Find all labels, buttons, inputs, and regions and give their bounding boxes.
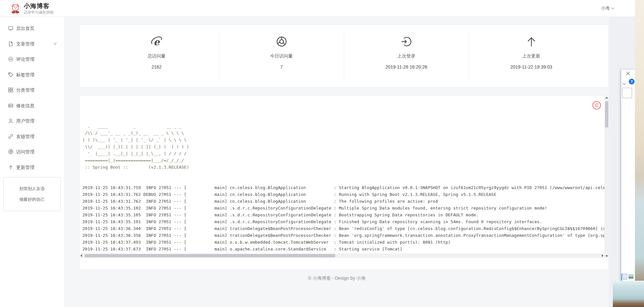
sidebar-item-categories[interactable]: 分类管理 — [0, 85, 65, 95]
vertical-scroll-thumb[interactable] — [605, 101, 608, 127]
document-icon — [8, 41, 13, 46]
sidebar-item-label: 文章管理 — [16, 39, 34, 48]
picture-tray-icon[interactable] — [628, 274, 634, 279]
scroll-left-arrow[interactable] — [80, 254, 82, 257]
stat-value: 2019-11-22 19:39:03 — [510, 64, 552, 70]
sidebar-item-label: 后台首页 — [16, 24, 34, 33]
sidebar-item-links[interactable]: 友链管理 — [0, 132, 65, 141]
log-vertical-scrollbar[interactable] — [604, 96, 609, 258]
refresh-icon — [595, 103, 599, 108]
sidebar-item-label: 访问管理 — [16, 147, 34, 156]
sidebar-item-label: 友链管理 — [16, 132, 34, 141]
stat-label: 今日访问量 — [270, 53, 293, 59]
stat-total-visits: e总访问量2162 — [94, 25, 219, 87]
stat-value: 2162 — [152, 64, 162, 70]
sidebar-item-visits[interactable]: 访问管理 — [0, 147, 65, 156]
site-title: 小海博客 — [24, 2, 50, 10]
list-tray-icon[interactable] — [623, 274, 627, 279]
sidebar: 后台首页文章管理评论管理标签管理分类管理修改信息用户管理友链管理访问管理更新管理… — [0, 17, 65, 307]
stat-label: 总访问量 — [148, 53, 166, 59]
app-header: 小海博客 记录学习成长历程 小海 — [0, 0, 635, 17]
stat-label: 上次更新 — [522, 53, 541, 59]
footer-copyright: © 小海博客 - Design by 小海 — [65, 275, 609, 281]
sidebar-item-label: 评论管理 — [16, 55, 34, 64]
motto-line-1: 别管别人言语 — [19, 186, 45, 192]
login-icon — [401, 36, 412, 47]
main-content: e总访问量2162今日访问量7上次登录2019-11-26 16:20:26上次… — [65, 17, 609, 307]
scroll-down-arrow[interactable] — [605, 255, 608, 257]
stat-label: 上次登录 — [397, 53, 416, 59]
browser-side-popup: ? — [621, 69, 635, 307]
link-icon — [8, 134, 13, 139]
refresh-log-button[interactable] — [592, 101, 601, 109]
app-root: 小海博客 记录学习成长历程 小海 后台首页文章管理评论管理标签管理分类管理修改信… — [0, 0, 644, 307]
monitor-icon — [8, 26, 13, 31]
site-subtitle: 记录学习成长历程 — [24, 10, 54, 15]
log-viewport: . ____ _ __ _ _ /\\ / ___'_ __ _ _(_)_ _… — [79, 96, 604, 253]
stat-last-login: 上次登录2019-11-26 16:20:26 — [344, 25, 469, 87]
stat-value: 7 — [280, 64, 283, 70]
spring-boot-banner: . ____ _ __ _ _ /\\ / ___'_ __ _ _(_)_ _… — [82, 123, 604, 171]
grid-icon — [8, 87, 13, 93]
stats-card: e总访问量2162今日访问量7上次登录2019-11-26 16:20:26上次… — [79, 25, 609, 88]
sidebar-item-label: 标签管理 — [16, 70, 34, 79]
stat-last-update: 上次更新2019-11-22 19:39:03 — [469, 25, 594, 87]
chevron-down-icon — [54, 43, 57, 45]
sidebar-item-users[interactable]: 用户管理 — [0, 116, 65, 125]
sidebar-item-label: 分类管理 — [16, 85, 34, 95]
motto-box: 别管别人言语 做最好的自己 — [3, 177, 61, 211]
sidebar-item-dashboard[interactable]: 后台首页 — [0, 24, 65, 33]
comment-icon — [8, 57, 13, 62]
log-horizontal-scrollbar[interactable] — [79, 253, 604, 258]
user-dropdown[interactable]: 小海 — [601, 5, 614, 11]
stat-value: 2019-11-26 16:20:26 — [385, 64, 427, 70]
close-icon[interactable] — [626, 71, 631, 76]
help-icon[interactable]: ? — [629, 79, 635, 84]
arrow-up-icon — [526, 36, 537, 47]
id-card-icon — [8, 103, 13, 108]
sidebar-item-label: 更新管理 — [16, 163, 34, 172]
sidebar-item-comments[interactable]: 评论管理 — [0, 55, 65, 64]
sidebar-item-label: 用户管理 — [16, 116, 34, 125]
chevron-down-icon[interactable] — [622, 81, 626, 86]
tag-icon — [8, 72, 13, 77]
scroll-right-arrow[interactable] — [602, 254, 603, 257]
site-logo-avatar[interactable] — [10, 3, 21, 14]
log-panel: . ____ _ __ _ _ /\\ / ___'_ __ _ _(_)_ _… — [79, 96, 609, 270]
popup-text-input[interactable] — [622, 88, 632, 98]
username: 小海 — [601, 5, 610, 11]
sidebar-item-articles[interactable]: 文章管理 — [0, 39, 65, 48]
arrow-up-icon — [8, 165, 13, 170]
scroll-up-arrow[interactable] — [605, 97, 608, 98]
sidebar-item-tags[interactable]: 标签管理 — [0, 70, 65, 79]
cat-mascot-avatar — [10, 3, 21, 14]
desktop-wallpaper-strip — [635, 0, 644, 307]
sidebar-item-updates[interactable]: 更新管理 — [0, 163, 65, 172]
sidebar-item-label: 修改信息 — [16, 101, 34, 110]
sidebar-item-profile[interactable]: 修改信息 — [0, 101, 65, 110]
browser-icon — [8, 149, 13, 154]
log-output: 2019-11-25 16:43:31.759 INFO 27051 --- [… — [82, 184, 604, 253]
horizontal-scroll-thumb[interactable] — [85, 254, 335, 257]
motto-line-2: 做最好的自己 — [19, 197, 45, 202]
user-icon — [8, 118, 13, 123]
stat-today-visits: 今日访问量7 — [219, 25, 344, 87]
chrome-browser-icon — [276, 36, 287, 47]
ie-browser-icon: e — [151, 36, 163, 47]
desktop-wallpaper-corner — [613, 281, 644, 307]
chevron-down-icon — [611, 7, 614, 9]
